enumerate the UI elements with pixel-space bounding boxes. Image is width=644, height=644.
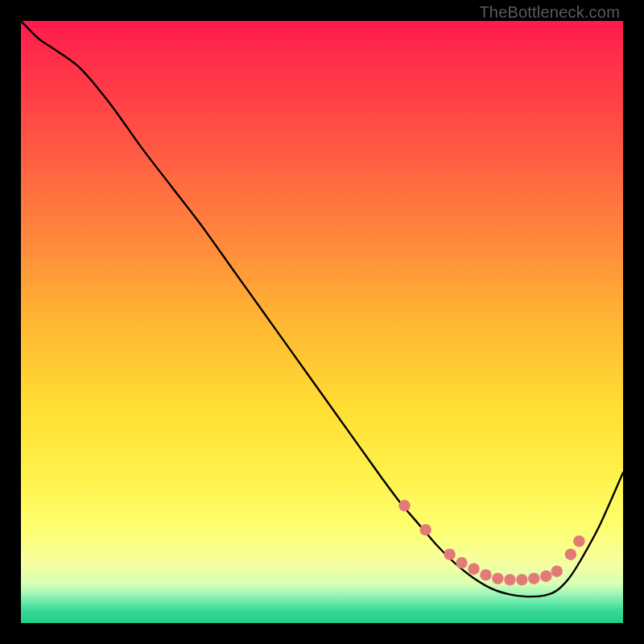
curve-layer	[21, 21, 623, 623]
marker-dot	[480, 569, 491, 580]
marker-dot	[528, 572, 539, 584]
watermark-text: TheBottleneck.com	[479, 3, 620, 22]
marker-dot	[551, 566, 563, 577]
marker-dot	[398, 500, 410, 511]
optimal-zone-markers	[398, 500, 584, 585]
marker-dot	[540, 571, 551, 582]
marker-dot	[420, 524, 431, 535]
marker-dot	[565, 549, 576, 560]
marker-dot	[516, 574, 527, 585]
marker-dot	[573, 535, 584, 547]
marker-dot	[456, 557, 467, 568]
marker-dot	[504, 574, 515, 585]
marker-dot	[444, 549, 455, 560]
marker-dot	[492, 572, 503, 584]
marker-dot	[468, 564, 479, 575]
bottleneck-curve	[21, 21, 623, 597]
plot-area	[21, 21, 623, 623]
chart-stage: TheBottleneck.com	[0, 0, 644, 644]
